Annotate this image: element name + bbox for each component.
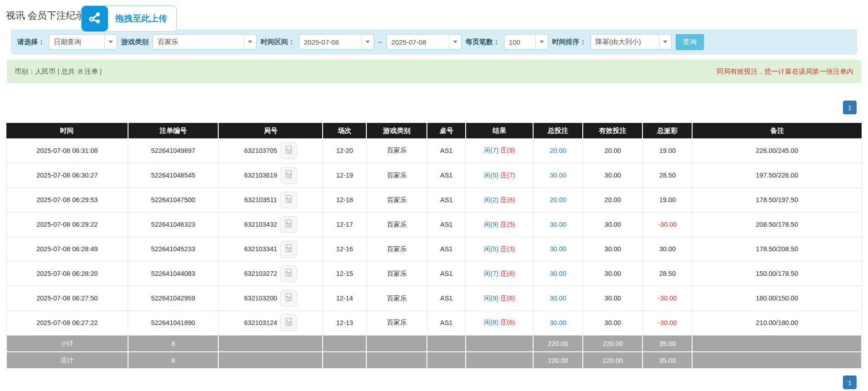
table-header-row: 时间注单编号局号场次游戏类别桌号结果总投注有效投注总派彩备注 [6,123,862,138]
query-type-value: 日期查询 [49,38,104,46]
cell-session: 12-17 [323,212,366,237]
result-player: 闲(9) [484,295,498,302]
cell-round: 632103619 [218,163,323,188]
page-size-dropdown-arrow[interactable] [535,35,548,49]
total-bet-link[interactable]: 30.00 [550,221,566,228]
subtotal-row-cell-11 [692,335,862,352]
video-replay-button[interactable] [280,167,297,184]
total-bet-link[interactable]: 30.00 [550,172,566,179]
page-1-button[interactable]: 1 [843,376,857,389]
video-replay-button[interactable] [280,142,297,159]
total-bet-link[interactable]: 30.00 [550,245,566,253]
upload-icon-box [82,6,108,31]
subtotal-row-cell-1: 小计 [6,335,128,352]
total-bet-link[interactable]: 30.00 [550,295,566,302]
table-row: 2025-07-08 06:28:20522641044083632103272… [6,261,862,286]
game-type-dropdown-arrow[interactable] [244,35,256,49]
subtotal-row-cell-4 [323,335,366,352]
total-bet-link[interactable]: 30.00 [550,270,566,277]
subtotal-row: 小计8220.00220.0035.00 [6,335,862,352]
upload-dropzone[interactable]: 拖拽至此上传 [81,5,177,32]
share-upload-icon [87,10,103,27]
date-to-value: 2025-07-08 [387,38,449,46]
column-header-1: 时间 [6,123,128,138]
cell-session: 12-13 [323,310,366,335]
date-from-select[interactable]: 2025-07-08 [299,34,374,50]
cell-game-type: 百家乐 [366,188,427,212]
pagination-bottom: 1 [6,376,862,389]
total-row-cell-4 [323,352,366,369]
cell-session: 12-18 [323,188,366,212]
result-banker: 庄(7) [500,172,515,179]
subtotal-row-cell-5 [366,335,427,352]
table-row: 2025-07-08 06:27:50522641042959632103200… [6,286,862,310]
cell-result: 闲(9) 庄(8) [466,286,533,310]
cell-bet-id: 522641049897 [128,138,219,163]
date-to-dropdown-arrow[interactable] [449,35,461,49]
search-button[interactable]: 查询 [676,34,704,50]
total-row-cell-2: 8 [128,352,219,369]
query-type-select[interactable]: 日期查询 [49,34,117,50]
cell-session: 12-16 [323,237,366,261]
total-row-cell-1: 总计 [6,352,128,369]
column-header-3: 局号 [218,123,323,138]
cell-game-type: 百家乐 [366,138,427,163]
cell-valid-bet: 20.00 [583,138,642,163]
total-bet-link[interactable]: 20.00 [550,196,566,203]
cell-time: 2025-07-08 06:28:49 [6,237,128,261]
video-file-icon [284,219,293,230]
cell-valid-bet: 20.00 [583,188,642,212]
cell-bet-id: 522641047500 [128,188,219,212]
cell-round: 632103272 [218,261,323,286]
chevron-down-icon [108,41,113,43]
video-replay-button[interactable] [280,265,297,282]
cell-valid-bet: 30.00 [583,261,642,286]
page-size-value: 100 [504,38,535,46]
select-type-label: 请选择： [17,38,45,46]
cell-note: 178.50/208.50 [692,237,862,261]
cell-game-type: 百家乐 [366,286,427,310]
total-bet-link[interactable]: 20.00 [550,147,566,154]
page: 视讯 会员下注纪录 拖拽至此上传 请选择： 日期查询 [0,0,868,389]
cell-session: 12-14 [323,286,366,310]
chevron-down-icon [663,41,668,43]
column-header-10: 总派彩 [642,123,692,138]
game-type-select[interactable]: 百家乐 [153,34,257,50]
video-file-icon [284,317,293,328]
cell-note: 180.00/150.00 [692,286,862,310]
video-file-icon [284,194,293,205]
column-header-11: 备注 [692,123,862,138]
video-replay-button[interactable] [280,216,297,233]
total-row-cell-6 [427,352,465,369]
cell-table-no: AS1 [427,310,465,335]
cell-time: 2025-07-08 06:27:50 [6,286,128,310]
page-size-select[interactable]: 100 [504,34,548,50]
chevron-down-icon [248,41,252,43]
round-number: 632103124 [244,319,277,326]
query-type-dropdown-arrow[interactable] [104,35,117,49]
cell-result: 闲(7) 庄(9) [466,138,533,163]
video-replay-button[interactable] [280,192,297,208]
cell-session: 12-19 [323,163,366,188]
video-replay-button[interactable] [280,314,297,331]
cell-total-bet: 20.00 [533,138,583,163]
page-1-button[interactable]: 1 [843,101,857,114]
valid-bet-notice: 同局有效投注，统一计算在该局第一张注单内 [717,67,853,76]
cell-payout: -30.00 [642,310,692,335]
cell-game-type: 百家乐 [366,310,427,335]
video-file-icon [284,170,293,181]
video-replay-button[interactable] [280,241,297,258]
sort-select[interactable]: 降幂(由大到小) [591,34,672,50]
cell-time: 2025-07-08 06:29:53 [6,188,128,212]
cell-total-bet: 30.00 [533,212,583,237]
video-file-icon [284,268,293,279]
date-to-select[interactable]: 2025-07-08 [386,34,462,50]
total-bet-link[interactable]: 30.00 [550,319,566,326]
cell-time: 2025-07-08 06:28:20 [6,261,128,286]
video-replay-button[interactable] [280,290,297,307]
round-number: 632103511 [244,196,277,203]
sort-dropdown-arrow[interactable] [659,35,671,49]
cell-note: 210.00/180.00 [692,310,862,335]
date-from-dropdown-arrow[interactable] [361,35,374,49]
cell-bet-id: 522641044083 [128,261,219,286]
